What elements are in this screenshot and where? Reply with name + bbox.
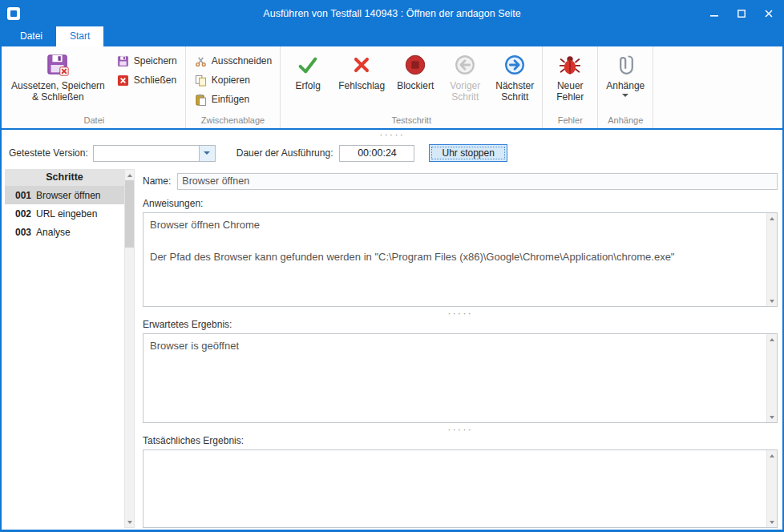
combo-dropdown-button[interactable] bbox=[199, 146, 215, 161]
expected-textarea[interactable]: Browser is geöffnet bbox=[143, 334, 766, 422]
triangle-down-icon bbox=[770, 300, 774, 303]
expected-scrollbar[interactable] bbox=[766, 334, 777, 422]
tab-start[interactable]: Start bbox=[56, 26, 103, 46]
scroll-down-button[interactable] bbox=[767, 412, 777, 422]
copy-icon bbox=[194, 74, 208, 87]
step-label: URL eingeben bbox=[36, 208, 97, 220]
suspend-save-close-label: Aussetzen, Speichern & Schließen bbox=[11, 80, 105, 103]
check-icon bbox=[296, 52, 320, 78]
attachments-button[interactable]: Anhänge bbox=[600, 48, 650, 99]
steps-scrollbar[interactable] bbox=[124, 169, 135, 528]
new-defect-button[interactable]: Neuer Fehler bbox=[545, 48, 595, 105]
triangle-up-icon bbox=[770, 454, 774, 457]
ribbon-tabs: Datei Start bbox=[2, 26, 782, 46]
paste-icon bbox=[194, 93, 208, 107]
actual-label: Tatsächliches Ergebnis: bbox=[143, 435, 778, 446]
maximize-button[interactable] bbox=[728, 2, 755, 26]
failure-button[interactable]: Fehlschlag bbox=[333, 48, 390, 93]
group-caption-zwischenablage: Zwischenablage bbox=[188, 115, 277, 128]
copy-label: Kopieren bbox=[212, 75, 250, 86]
blocked-label: Blockiert bbox=[397, 80, 434, 91]
splitter-handle[interactable]: ····· bbox=[447, 427, 473, 432]
instructions-textarea[interactable]: Browser öffnen Chrome Der Pfad des Brows… bbox=[143, 213, 766, 306]
close-ribbon-button[interactable]: Schließen bbox=[111, 71, 183, 90]
expected-label: Erwartetes Ergebnis: bbox=[143, 319, 778, 330]
attachments-dropdown-icon[interactable] bbox=[622, 94, 628, 97]
steps-panel: Schritte 001 Browser öffnen 002 URL eing… bbox=[5, 169, 135, 528]
scroll-up-button[interactable] bbox=[767, 334, 777, 345]
steps-header: Schritte bbox=[5, 169, 124, 186]
splitter-handle[interactable]: ····· bbox=[447, 311, 473, 316]
close-button[interactable] bbox=[755, 2, 782, 26]
instructions-box: Browser öffnen Chrome Der Pfad des Brows… bbox=[143, 212, 778, 307]
stop-icon bbox=[403, 52, 427, 78]
triangle-up-icon bbox=[127, 174, 132, 177]
step-row-3[interactable]: 003 Analyse bbox=[5, 223, 124, 241]
scroll-down-button[interactable] bbox=[125, 517, 134, 527]
group-caption-datei: Datei bbox=[6, 115, 183, 128]
triangle-down-icon bbox=[770, 416, 774, 419]
chevron-down-icon bbox=[204, 151, 210, 155]
arrow-right-circle-icon bbox=[503, 52, 527, 78]
success-label: Erfolg bbox=[296, 80, 321, 91]
group-caption-anhaenge: Anhänge bbox=[600, 115, 650, 128]
paste-button[interactable]: Einfügen bbox=[188, 90, 277, 109]
scroll-up-button[interactable] bbox=[125, 170, 134, 180]
ribbon-splitter-handle[interactable]: ····· bbox=[379, 132, 405, 137]
copy-button[interactable]: Kopieren bbox=[188, 71, 277, 90]
close-label: Schließen bbox=[134, 75, 176, 86]
next-step-button[interactable]: Nächster Schritt bbox=[490, 48, 540, 105]
scroll-down-button[interactable] bbox=[767, 517, 777, 527]
triangle-up-icon bbox=[770, 338, 774, 341]
actual-textarea[interactable] bbox=[143, 450, 766, 527]
minimize-button[interactable] bbox=[701, 2, 728, 26]
title-bar: Ausführen von Testfall 140943 : Öffnen d… bbox=[2, 2, 782, 26]
name-label: Name: bbox=[143, 175, 171, 187]
step-detail-form: Name: Anweisungen: Browser öffnen Chrome… bbox=[143, 169, 779, 528]
suspend-save-close-button[interactable]: Aussetzen, Speichern & Schließen bbox=[6, 48, 111, 105]
ribbon-group-fehler: Neuer Fehler Fehler bbox=[543, 46, 598, 128]
ribbon-group-anhaenge: Anhänge Anhänge bbox=[598, 46, 653, 128]
minimize-icon bbox=[710, 10, 718, 18]
step-row-2[interactable]: 002 URL eingeben bbox=[5, 204, 124, 223]
step-number: 003 bbox=[15, 227, 31, 238]
paste-label: Einfügen bbox=[212, 94, 249, 105]
failure-label: Fehlschlag bbox=[338, 80, 385, 91]
scroll-up-button[interactable] bbox=[767, 213, 777, 224]
step-row-1[interactable]: 001 Browser öffnen bbox=[5, 186, 124, 204]
success-button[interactable]: Erfolg bbox=[283, 48, 333, 93]
duration-input[interactable] bbox=[339, 145, 414, 162]
actual-scrollbar[interactable] bbox=[766, 450, 777, 527]
arrow-left-circle-icon bbox=[453, 52, 477, 78]
close-red-icon bbox=[116, 74, 130, 87]
attachments-label: Anhänge bbox=[606, 80, 645, 91]
save-icon bbox=[116, 54, 130, 68]
window-controls bbox=[701, 2, 782, 26]
save-label: Speichern bbox=[134, 55, 177, 66]
scroll-down-button[interactable] bbox=[767, 296, 777, 306]
blocked-button[interactable]: Blockiert bbox=[390, 48, 440, 93]
scroll-thumb[interactable] bbox=[125, 180, 134, 248]
close-icon bbox=[765, 10, 773, 18]
new-defect-label: Neuer Fehler bbox=[556, 80, 584, 103]
ribbon-group-zwischenablage: Ausschneiden Kopieren bbox=[186, 46, 281, 128]
cut-button[interactable]: Ausschneiden bbox=[188, 51, 277, 71]
name-row: Name: bbox=[143, 172, 778, 190]
tested-version-combo[interactable] bbox=[93, 145, 216, 162]
group-caption-fehler: Fehler bbox=[545, 115, 595, 128]
paperclip-icon bbox=[615, 52, 636, 78]
expected-box: Browser is geöffnet bbox=[143, 333, 778, 423]
app-icon bbox=[7, 7, 20, 20]
ribbon-group-datei: Aussetzen, Speichern & Schließen Sp bbox=[3, 46, 186, 128]
scroll-up-button[interactable] bbox=[767, 450, 777, 461]
form-splitter-1: ····· bbox=[143, 307, 778, 319]
form-splitter-2: ····· bbox=[143, 423, 778, 435]
scissors-icon bbox=[194, 54, 208, 68]
instructions-scrollbar[interactable] bbox=[766, 213, 777, 306]
x-icon bbox=[350, 52, 373, 78]
name-input[interactable] bbox=[177, 173, 778, 190]
bug-icon bbox=[559, 52, 581, 78]
tab-datei[interactable]: Datei bbox=[6, 26, 56, 46]
save-button[interactable]: Speichern bbox=[111, 51, 183, 71]
stop-clock-button[interactable]: Uhr stoppen bbox=[429, 144, 507, 162]
